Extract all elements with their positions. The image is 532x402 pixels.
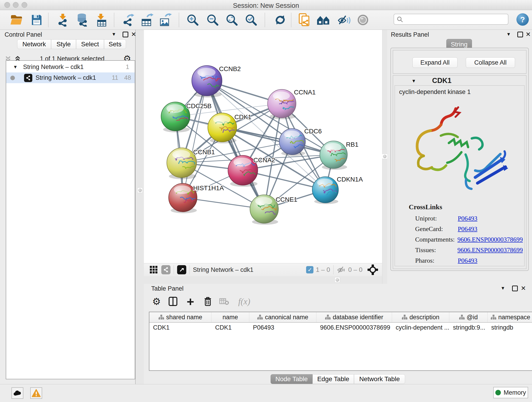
annotation-documents-icon[interactable] — [298, 13, 312, 27]
help-button[interactable]: ? — [516, 13, 529, 26]
crosslink-row: Tissues:9606.ENSP00000378699 — [415, 245, 523, 255]
column-header-name[interactable]: name — [211, 312, 249, 322]
collapse-all-button[interactable]: Collapse All — [466, 57, 515, 68]
table-cell[interactable]: 9606.ENSP00000378699 — [317, 323, 392, 332]
node-table[interactable]: shared namenamecanonical namedatabase id… — [149, 312, 532, 371]
results-panel-menu-icon[interactable]: ▼ — [506, 32, 511, 37]
apply-layout-icon[interactable] — [273, 13, 287, 27]
table-cell[interactable]: stringdb:9... — [449, 323, 488, 332]
table-cell[interactable]: cyclin-dependent ... — [392, 323, 449, 332]
crosslink-row: Compartments:9606.ENSP00000378699 — [415, 234, 523, 245]
expand-all-button[interactable]: Expand All — [412, 57, 457, 68]
table-cell[interactable]: CDK1 — [211, 323, 249, 332]
horizontal-splitter[interactable] — [144, 276, 382, 284]
gene-collapse-icon[interactable]: ▼ — [412, 78, 416, 84]
zoom-fit-icon[interactable] — [225, 13, 239, 27]
tab-network[interactable]: Network — [17, 39, 51, 49]
control-panel-float-icon[interactable] — [123, 32, 128, 37]
crosslink-value-link[interactable]: 9606.ENSP00000378699 — [457, 246, 523, 254]
table-cell[interactable]: CDK1 — [149, 323, 211, 332]
toolbar-divider — [291, 13, 291, 27]
column-header-namespace[interactable]: namespace — [488, 312, 532, 322]
column-namespace-icon — [459, 314, 465, 320]
network-tree: ▼ String Network – cdk1 1 String Network… — [6, 60, 135, 379]
warning-button[interactable] — [30, 387, 42, 399]
column-header-description[interactable]: description — [392, 312, 449, 322]
network-canvas[interactable]: CCNB2CCNA1CDC25BCDK1CDC6RB1CCNB1CCNA2CDK… — [144, 30, 382, 263]
network-collection-row[interactable]: ▼ String Network – cdk1 1 — [6, 62, 135, 72]
collection-expand-icon[interactable]: ▼ — [13, 64, 18, 70]
column-header-label: description — [409, 314, 439, 321]
zoom-out-icon[interactable] — [206, 13, 220, 27]
table-panel-close-icon[interactable]: ✕ — [521, 285, 526, 292]
create-column-icon[interactable]: + — [185, 296, 196, 307]
tab-edge-table[interactable]: Edge Table — [312, 374, 354, 384]
import-table-icon[interactable] — [94, 13, 108, 27]
column-header--id[interactable]: @id — [449, 312, 488, 322]
selected-nodes-checkbox[interactable]: ✓ — [306, 266, 313, 274]
show-columns-icon[interactable] — [168, 296, 178, 307]
left-splitter-handle[interactable] — [137, 187, 143, 193]
crosslink-value-link[interactable]: 9606.ENSP00000378699 — [457, 236, 523, 243]
import-network-from-database-icon[interactable] — [75, 13, 89, 27]
string-view-icon[interactable] — [161, 265, 171, 274]
grid-view-icon[interactable] — [149, 265, 158, 274]
hidden-counts: 0 – 0 — [348, 266, 362, 274]
tab-node-table[interactable]: Node Table — [271, 374, 312, 384]
gene-symbol: CDK1 — [432, 77, 451, 85]
export-network-icon[interactable] — [122, 13, 136, 27]
fit-selected-crosshair-icon[interactable] — [367, 264, 378, 275]
open-session-icon[interactable] — [9, 13, 24, 27]
control-panel-menu-icon[interactable]: ▼ — [112, 32, 116, 37]
left-splitter[interactable] — [136, 30, 144, 384]
home-networks-icon[interactable] — [317, 13, 331, 27]
crosslink-value-link[interactable]: P06493 — [458, 257, 477, 264]
search-input[interactable] — [394, 14, 508, 25]
table-cell[interactable]: P06493 — [249, 323, 317, 332]
column-header-canonical-name[interactable]: canonical name — [249, 312, 317, 322]
cloud-status-button[interactable] — [12, 387, 23, 399]
crosslink-value-link[interactable]: P06493 — [458, 225, 477, 233]
tab-style[interactable]: Style — [51, 39, 76, 49]
network-graph[interactable]: CCNB2CCNA1CDC25BCDK1CDC6RB1CCNB1CCNA2CDK… — [144, 30, 382, 263]
zoom-in-icon[interactable] — [186, 13, 200, 27]
right-splitter-handle[interactable] — [382, 153, 387, 159]
memory-button[interactable]: Memory — [493, 387, 528, 398]
node-label-CDKN1A: CDKN1A — [337, 176, 363, 183]
control-panel-close-icon[interactable]: ✕ — [131, 31, 136, 38]
tab-sets[interactable]: Sets — [104, 39, 126, 49]
tab-network-table[interactable]: Network Table — [354, 374, 405, 384]
export-image-icon[interactable] — [158, 13, 172, 27]
birdseye-view-icon[interactable] — [177, 265, 186, 274]
zoom-selected-icon[interactable] — [244, 13, 258, 27]
hide-unhide-icon[interactable] — [337, 13, 351, 27]
save-session-icon[interactable] — [30, 13, 44, 27]
column-header-label: namespace — [498, 314, 530, 321]
results-panel-close-icon[interactable]: ✕ — [526, 31, 531, 38]
results-panel-title: Results Panel — [391, 31, 429, 38]
tab-select[interactable]: Select — [76, 39, 104, 49]
delete-columns-icon[interactable] — [203, 296, 213, 307]
crosslinks-title: CrossLinks — [409, 203, 442, 211]
column-header-shared-name[interactable]: shared name — [149, 312, 211, 322]
warning-icon — [32, 389, 41, 397]
function-builder-icon: f(x) — [235, 296, 253, 307]
import-network-icon[interactable] — [55, 13, 70, 27]
table-options-gear-icon[interactable]: ⚙ — [151, 296, 162, 307]
table-panel-float-icon[interactable] — [512, 286, 518, 291]
horizontal-splitter-handle[interactable] — [335, 277, 340, 283]
network-row[interactable]: String Network – cdk1 11 48 — [6, 72, 135, 83]
export-table-icon[interactable] — [140, 13, 154, 27]
gene-detail-box: cyclin-dependent kinase 1 — [394, 85, 525, 266]
table-row[interactable]: CDK1CDK1P064939606.ENSP00000378699cyclin… — [149, 323, 532, 332]
right-splitter[interactable] — [382, 30, 387, 284]
main-toolbar: ? — [0, 10, 532, 30]
expand-collapse-box: Expand All Collapse All — [393, 50, 526, 74]
column-header-database-identifier[interactable]: database identifier — [317, 312, 392, 322]
crosslink-value-link[interactable]: P06493 — [458, 215, 477, 222]
results-panel-float-icon[interactable] — [517, 32, 523, 37]
table-panel-menu-icon[interactable]: ▼ — [500, 286, 505, 291]
toolbar-divider — [48, 13, 49, 27]
table-cell[interactable]: stringdb — [488, 323, 532, 332]
table-header-row: shared namenamecanonical namedatabase id… — [149, 312, 532, 323]
